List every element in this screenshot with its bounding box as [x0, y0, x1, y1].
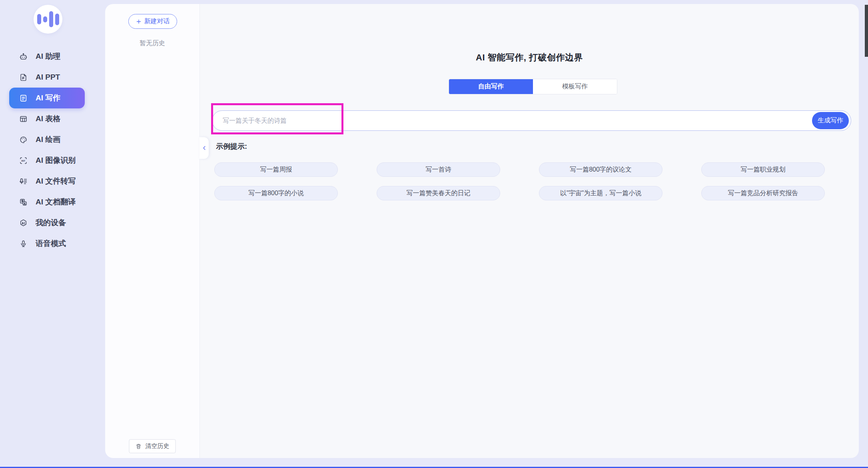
collapse-panel-button[interactable] [200, 137, 209, 159]
sidebar: AI 助理 AI PPT AI 写作 [0, 0, 105, 468]
waveform-logo-icon [43, 16, 47, 22]
table-icon [19, 115, 28, 123]
writing-document-icon [19, 94, 28, 102]
example-prompt-list: 写一篇周报 写一首诗 写一篇800字的议论文 写一篇职业规划 写一篇800字的小… [214, 162, 824, 200]
microphone-icon [19, 240, 28, 248]
main-content: AI 智能写作, 打破创作边界 自由写作 模板写作 生成写作 示例提示: 写一篇… [200, 4, 859, 458]
new-conversation-button[interactable]: 新建对话 [128, 14, 177, 29]
sidebar-item-label: AI 图像识别 [36, 155, 76, 166]
sidebar-menu: AI 助理 AI PPT AI 写作 [0, 46, 105, 254]
sidebar-item-ai-ppt[interactable]: AI PPT [0, 67, 105, 88]
waveform-logo-icon [55, 14, 59, 25]
sidebar-item-ai-document-translation[interactable]: AI 文档翻译 [0, 192, 105, 212]
sidebar-item-ai-file-transcription[interactable]: AI 文件转写 [0, 171, 105, 192]
clear-history-button[interactable]: 清空历史 [129, 439, 176, 453]
sidebar-item-ai-painting[interactable]: AI 绘画 [0, 129, 105, 150]
example-prompt-chip[interactable]: 写一篇周报 [214, 162, 338, 177]
example-prompt-chip[interactable]: 写一篇800字的议论文 [539, 162, 662, 177]
sidebar-item-label: 我的设备 [36, 218, 66, 228]
waveform-logo-icon [49, 11, 53, 27]
sidebar-item-label: AI 绘画 [36, 134, 60, 145]
sidebar-item-my-devices[interactable]: 我的设备 [0, 212, 105, 233]
app-logo [34, 5, 62, 34]
tab-free-writing[interactable]: 自由写作 [449, 79, 533, 94]
sidebar-item-label: AI 文件转写 [36, 176, 76, 186]
sidebar-item-ai-assistant[interactable]: AI 助理 [0, 46, 105, 67]
example-prompt-chip[interactable]: 以"宇宙"为主题，写一篇小说 [539, 186, 662, 200]
translate-icon [19, 198, 28, 206]
example-prompt-chip[interactable]: 写一篇800字的小说 [214, 186, 338, 200]
generate-writing-button[interactable]: 生成写作 [812, 112, 849, 129]
sidebar-item-label: AI 写作 [36, 93, 60, 103]
scrollbar-thumb[interactable] [865, 5, 868, 57]
tab-template-writing[interactable]: 模板写作 [533, 79, 617, 94]
ocr-scan-icon: ocr [19, 156, 28, 165]
waveform-logo-icon [37, 14, 41, 24]
examples-heading: 示例提示: [216, 142, 247, 151]
sidebar-item-label: AI 助理 [36, 51, 60, 62]
trash-icon [136, 443, 142, 450]
page-title: AI 智能写作, 打破创作边界 [200, 52, 859, 64]
ppt-document-icon [19, 73, 28, 82]
sidebar-item-voice-mode[interactable]: 语音模式 [0, 233, 105, 254]
sidebar-item-label: AI PPT [36, 73, 60, 82]
plus-icon [136, 19, 142, 24]
new-conversation-label: 新建对话 [144, 17, 170, 26]
example-prompt-chip[interactable]: 写一篇赞美春天的日记 [377, 186, 500, 200]
example-prompt-chip[interactable]: 写一篇竞品分析研究报告 [701, 186, 825, 200]
clear-history-label: 清空历史 [146, 442, 170, 450]
app-window: AI 助理 AI PPT AI 写作 [0, 0, 868, 468]
writing-prompt-input[interactable] [223, 111, 798, 130]
writing-mode-tabs: 自由写作 模板写作 [449, 79, 617, 94]
sidebar-item-label: AI 表格 [36, 114, 60, 124]
sidebar-item-ai-writing[interactable]: AI 写作 [9, 88, 85, 108]
example-prompt-chip[interactable]: 写一首诗 [377, 162, 500, 177]
palette-icon [19, 136, 28, 144]
sidebar-item-ai-image-recognition[interactable]: ocr AI 图像识别 [0, 150, 105, 171]
sidebar-item-label: 语音模式 [36, 238, 66, 249]
example-prompt-chip[interactable]: 写一篇职业规划 [701, 162, 825, 177]
history-panel: 新建对话 暂无历史 清空历史 [105, 4, 200, 458]
device-icon [19, 219, 28, 227]
mic-document-icon [19, 177, 28, 186]
robot-icon [19, 52, 28, 61]
empty-history-text: 暂无历史 [105, 39, 200, 48]
chevron-left-icon [202, 145, 207, 151]
sidebar-item-label: AI 文档翻译 [36, 197, 76, 207]
sidebar-item-ai-table[interactable]: AI 表格 [0, 108, 105, 129]
svg-text:ocr: ocr [21, 159, 25, 162]
prompt-input-bar: 生成写作 [212, 110, 851, 131]
